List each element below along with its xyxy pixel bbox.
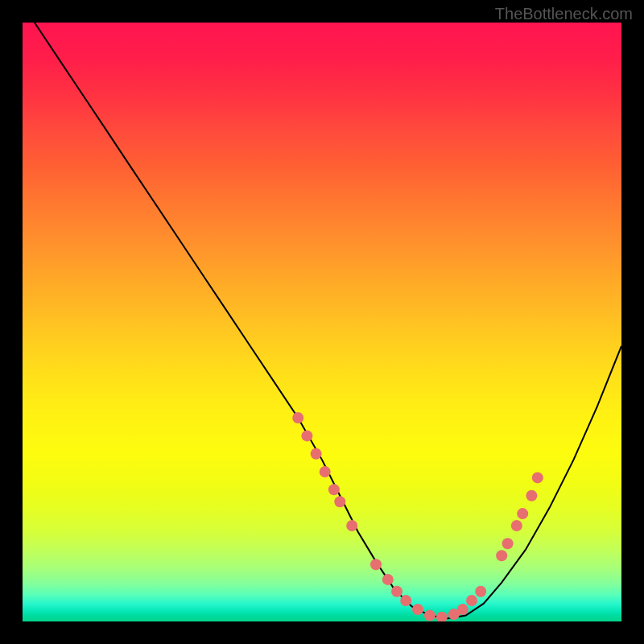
- data-marker: [532, 472, 543, 483]
- data-marker: [412, 604, 423, 615]
- data-marker: [526, 490, 537, 502]
- data-marker: [517, 508, 528, 519]
- bottleneck-curve: [35, 23, 621, 618]
- data-marker: [511, 520, 522, 531]
- data-marker: [457, 604, 469, 615]
- watermark-text: TheBottleneck.com: [495, 5, 633, 23]
- data-marker: [424, 610, 436, 621]
- data-marker: [311, 448, 322, 460]
- data-marker: [320, 466, 331, 477]
- data-marker: [502, 538, 514, 549]
- data-marker: [391, 586, 402, 597]
- plot-area: [23, 23, 621, 621]
- data-marker: [382, 574, 394, 585]
- data-marker: [475, 586, 486, 597]
- data-marker: [400, 595, 411, 606]
- chart-overlay: [23, 23, 621, 621]
- data-marker: [436, 612, 448, 621]
- data-marker: [496, 550, 507, 561]
- data-marker: [346, 520, 357, 531]
- data-marker: [301, 430, 312, 441]
- data-marker: [466, 595, 477, 606]
- data-marker: [292, 412, 303, 423]
- data-marker: [328, 484, 340, 495]
- data-marker: [334, 496, 345, 507]
- marker-group: [292, 412, 543, 621]
- data-marker: [370, 559, 382, 570]
